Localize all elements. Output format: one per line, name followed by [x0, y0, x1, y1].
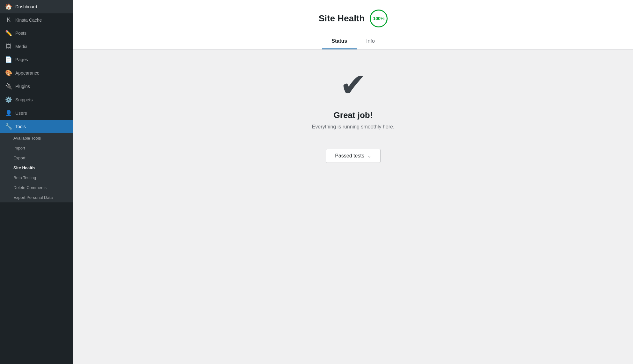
sidebar-label-plugins: Plugins	[15, 84, 30, 89]
sidebar-subitem-export-personal-data[interactable]: Export Personal Data	[0, 193, 73, 202]
sidebar-label-kinsta-cache: Kinsta Cache	[15, 18, 42, 23]
sidebar-label-users: Users	[15, 111, 27, 116]
sidebar-item-snippets[interactable]: ⚙️ Snippets	[0, 93, 73, 106]
sidebar-item-tools[interactable]: 🔧 Tools	[0, 120, 73, 133]
snippets-icon: ⚙️	[5, 96, 12, 103]
sidebar-item-users[interactable]: 👤 Users	[0, 106, 73, 120]
plugins-icon: 🔌	[5, 83, 12, 90]
sidebar-submenu-tools: Available ToolsImportExportSite HealthBe…	[0, 133, 73, 202]
content-area: ✔ Great job! Everything is running smoot…	[73, 50, 633, 364]
sidebar-label-tools: Tools	[15, 124, 26, 129]
sidebar-label-media: Media	[15, 44, 27, 49]
kinsta-cache-icon: K	[5, 17, 12, 23]
sidebar-item-media[interactable]: 🖼 Media	[0, 40, 73, 53]
sidebar-item-posts[interactable]: ✏️ Posts	[0, 26, 73, 40]
sidebar-label-posts: Posts	[15, 31, 26, 36]
pages-icon: 📄	[5, 56, 12, 63]
appearance-icon: 🎨	[5, 69, 12, 76]
sidebar-label-appearance: Appearance	[15, 70, 40, 76]
page-title: Site Health	[319, 13, 365, 24]
sidebar-item-kinsta-cache[interactable]: K Kinsta Cache	[0, 13, 73, 26]
passed-tests-button[interactable]: Passed tests ⌄	[326, 149, 381, 163]
passed-tests-label: Passed tests	[335, 153, 364, 159]
dashboard-icon: 🏠	[5, 3, 12, 10]
sidebar: 🏠 DashboardK Kinsta Cache✏️ Posts🖼 Media…	[0, 0, 73, 364]
header-title-row: Site Health 100%	[86, 10, 620, 27]
sidebar-subitem-import[interactable]: Import	[0, 143, 73, 153]
health-badge: 100%	[370, 10, 388, 27]
sidebar-item-appearance[interactable]: 🎨 Appearance	[0, 66, 73, 80]
sidebar-subitem-delete-comments[interactable]: Delete Comments	[0, 183, 73, 193]
sidebar-subitem-available-tools[interactable]: Available Tools	[0, 133, 73, 143]
sidebar-item-pages[interactable]: 📄 Pages	[0, 53, 73, 66]
page-header: Site Health 100% StatusInfo	[73, 0, 633, 50]
chevron-down-icon: ⌄	[367, 153, 371, 158]
main-content: Site Health 100% StatusInfo ✔ Great job!…	[73, 0, 633, 364]
tab-info[interactable]: Info	[357, 35, 384, 49]
sidebar-label-snippets: Snippets	[15, 97, 33, 102]
subtitle-text: Everything is running smoothly here.	[312, 124, 395, 130]
tools-icon: 🔧	[5, 123, 12, 130]
tab-status[interactable]: Status	[322, 35, 357, 49]
checkmark-icon: ✔	[340, 69, 367, 101]
sidebar-item-plugins[interactable]: 🔌 Plugins	[0, 80, 73, 93]
sidebar-label-dashboard: Dashboard	[15, 4, 37, 9]
sidebar-subitem-export[interactable]: Export	[0, 153, 73, 163]
sidebar-item-dashboard[interactable]: 🏠 Dashboard	[0, 0, 73, 13]
tab-bar: StatusInfo	[86, 35, 620, 49]
posts-icon: ✏️	[5, 30, 12, 37]
users-icon: 👤	[5, 110, 12, 117]
sidebar-subitem-site-health[interactable]: Site Health	[0, 163, 73, 173]
great-job-heading: Great job!	[334, 110, 373, 120]
sidebar-subitem-beta-testing[interactable]: Beta Testing	[0, 173, 73, 183]
sidebar-label-pages: Pages	[15, 57, 28, 62]
media-icon: 🖼	[5, 43, 12, 50]
